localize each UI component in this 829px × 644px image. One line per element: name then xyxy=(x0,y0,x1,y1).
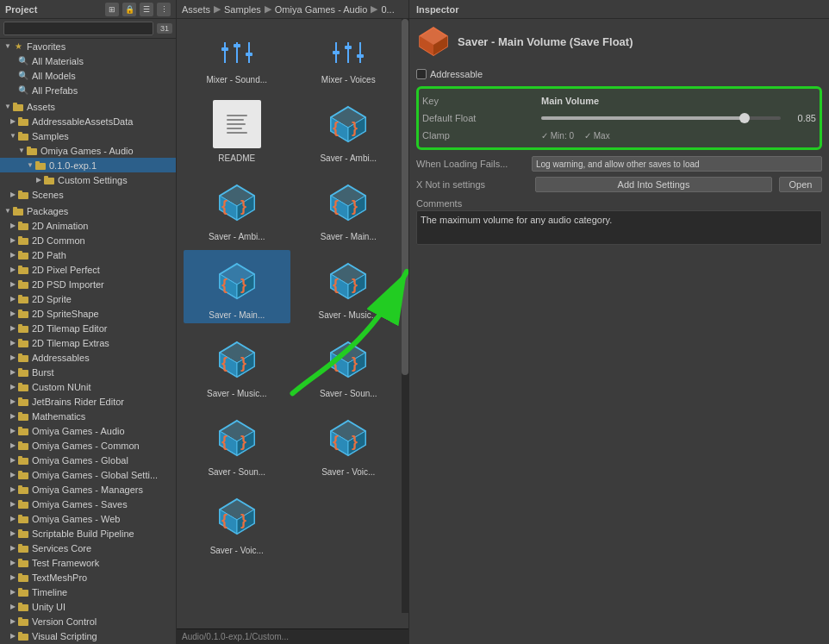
favorites-section[interactable]: ★ Favorites xyxy=(0,39,176,53)
asset-saver-voice-2[interactable]: { } Saver - Voic... xyxy=(184,485,290,559)
pkg-visual-scripting[interactable]: Visual Scripting xyxy=(0,628,176,643)
pkg-2d-sprite-icon xyxy=(17,293,29,305)
asset-saver-main-selected[interactable]: { } Saver - Main... xyxy=(184,250,290,323)
pkg-unity-ui[interactable]: Unity UI xyxy=(0,599,176,614)
pkg-2d-animation[interactable]: 2D Animation xyxy=(0,218,176,233)
pkg-2d-tilemap-extras[interactable]: 2D Tilemap Extras xyxy=(0,335,176,350)
slider-track[interactable] xyxy=(541,116,781,120)
packages-section[interactable]: Packages xyxy=(0,203,176,218)
svg-rect-28 xyxy=(18,311,28,318)
assets-arrow xyxy=(3,103,12,111)
pkg-mathematics-icon xyxy=(17,410,29,422)
pkg-2d-pixel-perfect[interactable]: 2D Pixel Perfect xyxy=(0,262,176,277)
asset-saver-voice-1[interactable]: { } Saver - Voic... xyxy=(296,407,402,480)
pkg-addressables[interactable]: Addressables xyxy=(0,350,176,365)
pkg-custom-nunit[interactable]: Custom NUnit xyxy=(0,379,176,394)
svg-rect-12 xyxy=(18,192,28,199)
all-prefabs-item[interactable]: 🔍 All Prefabs xyxy=(0,83,176,97)
pkg-jetbrains[interactable]: JetBrains Rider Editor xyxy=(0,394,176,409)
tree-panel[interactable]: ★ Favorites 🔍 All Materials 🔍 All Models… xyxy=(0,39,176,644)
svg-rect-48 xyxy=(18,458,28,465)
pkg-version-control-label: Version Control xyxy=(32,616,176,627)
asset-saver-sound-1[interactable]: { } Saver - Soun... xyxy=(296,328,402,402)
pkg-burst[interactable]: Burst xyxy=(0,365,176,379)
saver-sound-1-icon: { } xyxy=(321,332,376,387)
all-models-item[interactable]: 🔍 All Models xyxy=(0,68,176,83)
pkg-omiya-audio[interactable]: Omiya Games - Audio xyxy=(0,423,176,438)
pkg-scriptable-build[interactable]: Scriptable Build Pipeline xyxy=(0,526,176,541)
panel-icon-settings[interactable]: ⊞ xyxy=(105,3,119,16)
scenes-item[interactable]: Scenes xyxy=(0,187,176,202)
svg-rect-29 xyxy=(18,309,22,312)
open-button[interactable]: Open xyxy=(779,177,822,192)
pkg-2d-sprite[interactable]: 2D Sprite xyxy=(0,291,176,306)
loading-select[interactable]: Log warning, and allow other saves to lo… xyxy=(532,156,822,172)
panel-icon-more[interactable]: ⋮ xyxy=(157,3,171,16)
asset-saver-sound-2[interactable]: { } Saver - Soun... xyxy=(184,407,290,480)
saver-main-1-label: Saver - Main... xyxy=(321,232,377,241)
asset-readme[interactable]: README xyxy=(184,93,290,166)
asset-saver-ambi-1[interactable]: { } Saver - Ambi... xyxy=(296,93,402,166)
svg-rect-49 xyxy=(18,456,22,459)
pkg-omiya-web[interactable]: Omiya Games - Web xyxy=(0,511,176,526)
saver-voice-2-label: Saver - Voic... xyxy=(210,546,264,555)
saver-music-1-label: Saver - Music... xyxy=(319,310,378,320)
samples-item[interactable]: Samples xyxy=(0,128,176,143)
pkg-omiya-global[interactable]: Omiya Games - Global xyxy=(0,453,176,467)
asset-saver-ambi-2[interactable]: { } Saver - Ambi... xyxy=(184,172,290,245)
breadcrumb-omiya[interactable]: Omiya Games - Audio xyxy=(275,4,368,15)
slider-thumb[interactable] xyxy=(739,113,750,123)
breadcrumb-version[interactable]: 0... xyxy=(381,4,394,15)
all-materials-item[interactable]: 🔍 All Materials xyxy=(0,53,176,68)
pkg-version-control[interactable]: Version Control xyxy=(0,614,176,628)
middle-scrollbar[interactable] xyxy=(402,19,408,613)
pkg-omiya-global-settings[interactable]: Omiya Games - Global Setti... xyxy=(0,467,176,482)
clamp-min-label: ✓ Min: 0 xyxy=(541,131,574,141)
pkg-2d-common[interactable]: 2D Common xyxy=(0,233,176,247)
asset-saver-music-2[interactable]: { } Saver - Music... xyxy=(184,328,290,402)
version-item[interactable]: 0.1.0-exp.1 xyxy=(0,158,176,172)
addressable-checkbox[interactable] xyxy=(416,69,427,79)
pkg-timeline[interactable]: Timeline xyxy=(0,585,176,599)
asset-header: Saver - Main Volume (Save Float) xyxy=(416,24,822,59)
pkg-2d-path-arrow xyxy=(9,251,17,259)
svg-text:}: } xyxy=(352,197,358,215)
search-input[interactable] xyxy=(3,22,153,35)
pkg-scriptable-build-arrow xyxy=(9,529,17,538)
pkg-services-core[interactable]: Services Core xyxy=(0,541,176,555)
pkg-omiya-managers[interactable]: Omiya Games - Managers xyxy=(0,482,176,497)
asset-mixer-voices[interactable]: Mixer - Voices xyxy=(296,26,402,88)
pkg-2d-anim-icon xyxy=(17,220,29,232)
panel-icon-label[interactable]: ☰ xyxy=(140,3,153,16)
svg-rect-3 xyxy=(18,117,22,120)
pkg-test-framework[interactable]: Test Framework xyxy=(0,555,176,570)
pkg-omiya-common[interactable]: Omiya Games - Common xyxy=(0,438,176,453)
pkg-visual-scripting-icon xyxy=(17,630,29,642)
pkg-2d-tilemap-editor[interactable]: 2D Tilemap Editor xyxy=(0,321,176,335)
addressable-assets-item[interactable]: AddressableAssetsData xyxy=(0,114,176,128)
pkg-2d-path[interactable]: 2D Path xyxy=(0,247,176,262)
svg-text:{: { xyxy=(333,433,339,450)
pkg-2d-spriteshape[interactable]: 2D SpriteShape xyxy=(0,306,176,321)
breadcrumb-samples[interactable]: Samples xyxy=(224,4,261,15)
omiya-games-audio-assets-item[interactable]: Omiya Games - Audio xyxy=(0,143,176,158)
svg-rect-54 xyxy=(18,502,28,509)
assets-section[interactable]: Assets xyxy=(0,99,176,114)
panel-icon-lock[interactable]: 🔒 xyxy=(122,3,136,16)
breadcrumb-assets[interactable]: Assets xyxy=(182,4,210,15)
all-prefabs-label: All Prefabs xyxy=(32,85,176,96)
add-into-settings-button[interactable]: Add Into Settings xyxy=(535,177,772,192)
pkg-textmeshpro[interactable]: TextMeshPro xyxy=(0,570,176,585)
pkg-2d-psd[interactable]: 2D PSD Importer xyxy=(0,277,176,291)
pkg-2d-psd-arrow xyxy=(9,280,17,289)
custom-settings-item[interactable]: Custom Settings xyxy=(0,172,176,187)
addressable-row: Addressable xyxy=(416,66,822,83)
pkg-mathematics[interactable]: Mathematics xyxy=(0,409,176,423)
asset-saver-music-1[interactable]: { } Saver - Music... xyxy=(296,250,402,323)
pkg-timeline-arrow xyxy=(9,588,17,597)
pkg-omiya-saves[interactable]: Omiya Games - Saves xyxy=(0,497,176,511)
svg-rect-81 xyxy=(234,44,240,47)
asset-mixer-sound[interactable]: Mixer - Sound... xyxy=(184,26,290,88)
asset-saver-main-1[interactable]: { } Saver - Main... xyxy=(296,172,402,245)
pkg-omiya-global-icon xyxy=(17,454,29,466)
